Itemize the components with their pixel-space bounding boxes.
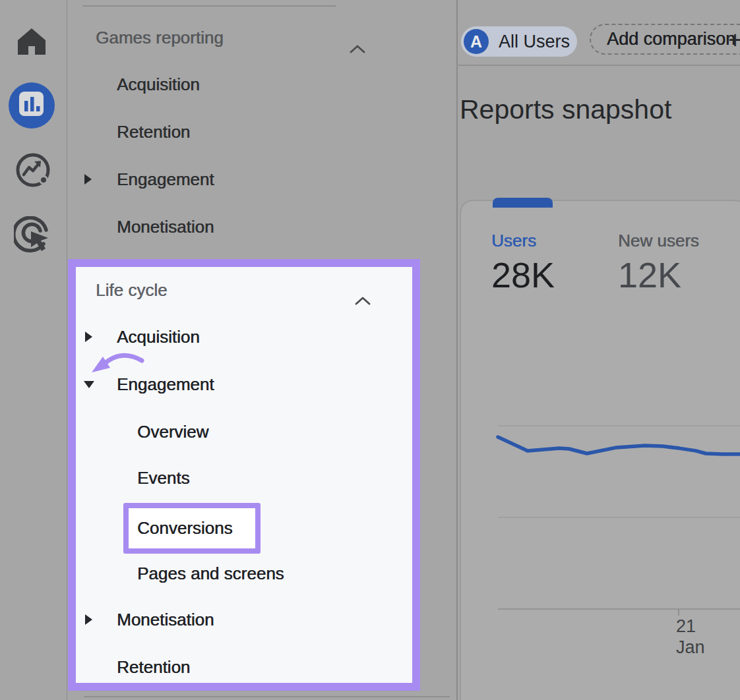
main-content: A All Users Add comparison + Reports sna… — [456, 0, 740, 700]
collapse-triangle-icon[interactable] — [85, 614, 92, 625]
collapse-triangle-icon[interactable] — [84, 174, 92, 185]
header-divider — [456, 65, 740, 66]
nav-item-label: Retention — [117, 119, 190, 145]
chevron-up-icon[interactable] — [350, 34, 365, 61]
reports-icon[interactable] — [9, 82, 55, 129]
users-line-chart — [456, 369, 740, 659]
collection-title: Life cycle — [96, 277, 167, 303]
metric-label: Users — [491, 230, 555, 251]
nav-item-label: Monetisation — [117, 214, 214, 240]
page-title: Reports snapshot — [460, 92, 671, 127]
nav-item-events[interactable]: Events — [76, 465, 412, 491]
life-cycle-header[interactable]: Life cycle — [76, 277, 412, 303]
nav-item-label: Acquisition — [117, 324, 200, 350]
metric-label: New users — [618, 230, 699, 251]
plus-icon: + — [728, 26, 740, 54]
nav-item-label: Acquisition — [117, 71, 200, 98]
section-divider — [82, 5, 336, 7]
nav-item-label: Engagement — [117, 166, 214, 192]
nav-item-label: Pages and screens — [137, 560, 284, 587]
add-comparison-label: Add comparison — [607, 29, 735, 49]
nav-item-engagement[interactable]: Engagement — [67, 166, 456, 192]
nav-item-label: Conversions — [137, 518, 233, 539]
nav-item-retention[interactable]: Retention — [67, 119, 456, 145]
nav-item-acquisition[interactable]: Acquisition — [76, 324, 412, 350]
explore-icon[interactable] — [15, 152, 51, 192]
all-users-segment-chip[interactable]: A All Users — [461, 26, 577, 57]
nav-item-retention[interactable]: Retention — [76, 654, 412, 680]
nav-item-pages-and-screens[interactable]: Pages and screens — [76, 560, 412, 587]
home-icon[interactable] — [16, 27, 47, 59]
metric-tab-users[interactable]: Users 28K — [491, 230, 555, 294]
active-metric-tab-indicator — [493, 198, 553, 208]
nav-item-overview[interactable]: Overview — [76, 419, 412, 445]
advertising-icon[interactable] — [14, 216, 53, 257]
x-axis-tick-label-month: Jan — [676, 637, 705, 658]
metric-value: 28K — [491, 256, 555, 294]
chevron-up-icon[interactable] — [355, 286, 371, 312]
x-axis-tick-label-day: 21 — [676, 616, 696, 637]
section-divider — [84, 696, 450, 697]
games-reporting-header[interactable]: Games reporting — [67, 24, 456, 51]
metric-tab-new-users[interactable]: New users 12K — [618, 230, 699, 294]
nav-item-acquisition[interactable]: Acquisition — [67, 71, 456, 98]
nav-item-conversions-highlight-box[interactable]: Conversions — [123, 503, 261, 554]
annotation-arrow — [89, 350, 146, 384]
nav-item-label: Retention — [117, 654, 190, 680]
ga4-reports-screen: Games reporting Acquisition Retention En… — [0, 0, 740, 700]
nav-item-monetisation[interactable]: Monetisation — [67, 214, 456, 240]
nav-item-label: Overview — [137, 419, 208, 445]
nav-item-label: Monetisation — [117, 606, 214, 633]
add-comparison-button[interactable]: Add comparison + — [590, 24, 740, 55]
segment-chip-label: All Users — [499, 32, 570, 52]
avatar: A — [464, 29, 489, 54]
metric-value: 12K — [618, 256, 699, 294]
left-icon-rail — [0, 0, 67, 700]
nav-item-label: Events — [137, 465, 190, 491]
life-cycle-section-highlight: Life cycle Acquisition Engagement Overvi… — [68, 259, 420, 691]
collection-title: Games reporting — [96, 24, 224, 51]
collapse-triangle-icon[interactable] — [85, 332, 92, 342]
nav-item-monetisation[interactable]: Monetisation — [76, 606, 412, 633]
